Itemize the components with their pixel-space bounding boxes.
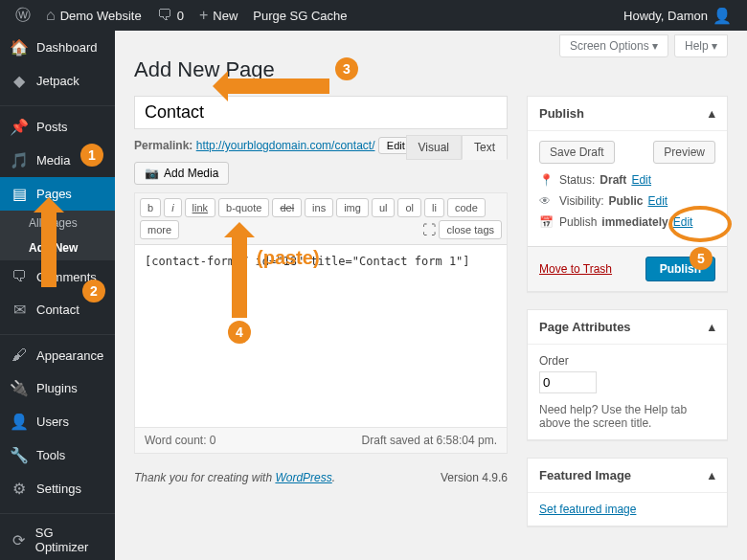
tb-bold[interactable]: b [140, 198, 161, 217]
tb-code[interactable]: code [447, 198, 486, 217]
tb-del[interactable]: del [272, 198, 302, 217]
annotation-arrow-3 [228, 78, 329, 94]
admin-bar: ⓦ ⌂Demo Website 🗨0 +New Purge SG Cache H… [0, 0, 747, 31]
tab-text[interactable]: Text [462, 135, 508, 160]
plug-icon: 🔌 [10, 379, 29, 397]
editor: b i link b-quote del ins img ul ol li co… [134, 192, 508, 428]
pages-submenu: All Pages Add New [0, 211, 115, 260]
page-attributes-box: Page Attributes▴ Order Need help? Use th… [527, 309, 728, 440]
avatar-icon: 👤 [713, 7, 732, 25]
toggle-icon[interactable]: ▴ [709, 106, 715, 121]
annotation-3: 3 [335, 57, 358, 80]
eye-icon: 👁 [539, 194, 555, 208]
wordpress-link[interactable]: WordPress [275, 471, 331, 484]
editor-body[interactable]: [contact-form-7 id="18" title="Contact f… [135, 245, 507, 427]
user-icon: 👤 [10, 413, 29, 431]
main-content: Screen Options ▾ Help ▾ Add New Page Per… [115, 31, 747, 560]
order-label: Order [539, 354, 715, 368]
menu-plugins[interactable]: 🔌Plugins [0, 371, 115, 405]
tb-link[interactable]: link [185, 198, 216, 217]
tb-li[interactable]: li [424, 198, 444, 217]
pin-icon: 📌 [10, 118, 29, 136]
version-text: Version 4.9.6 [441, 471, 508, 484]
annotation-5: 5 [690, 247, 713, 270]
tab-visual[interactable]: Visual [406, 135, 462, 160]
editor-status: Word count: 0 Draft saved at 6:58:04 pm. [134, 428, 508, 454]
save-status: Draft saved at 6:58:04 pm. [362, 434, 497, 447]
set-featured-image-link[interactable]: Set featured image [539, 503, 636, 516]
dashboard-icon: 🏠 [10, 38, 29, 56]
preview-button[interactable]: Preview [653, 141, 715, 164]
wrench-icon: 🔧 [10, 446, 29, 464]
purge-cache[interactable]: Purge SG Cache [245, 0, 354, 31]
submenu-add-new[interactable]: Add New [0, 235, 115, 260]
menu-settings[interactable]: ⚙Settings [0, 472, 115, 505]
site-link[interactable]: ⌂Demo Website [38, 0, 149, 31]
tb-ins[interactable]: ins [305, 198, 333, 217]
sg-icon: ⟳ [10, 531, 28, 549]
attrs-help: Need help? Use the Help tab above the sc… [539, 403, 715, 430]
camera-icon: 📷 [145, 167, 159, 180]
my-account[interactable]: Howdy, Damon👤 [616, 0, 739, 31]
permalink-link[interactable]: http://yourblogdomain.com/contact/ [196, 139, 375, 152]
edit-status-link[interactable]: Edit [631, 173, 651, 187]
menu-tools[interactable]: 🔧Tools [0, 438, 115, 472]
brush-icon: 🖌 [10, 347, 29, 364]
wp-logo[interactable]: ⓦ [8, 0, 38, 31]
title-input[interactable] [134, 96, 508, 129]
menu-posts[interactable]: 📌Posts [0, 110, 115, 144]
jetpack-icon: ◆ [10, 72, 29, 90]
annotation-4: 4 [228, 321, 251, 344]
annotation-arrow-2 [41, 213, 57, 287]
toggle-icon[interactable]: ▴ [709, 320, 715, 334]
annotation-arrow-4 [232, 237, 247, 318]
add-media-button[interactable]: 📷Add Media [134, 162, 229, 185]
help-tab[interactable]: Help ▾ [674, 34, 728, 57]
tb-bquote[interactable]: b-quote [218, 198, 269, 217]
fullscreen-button[interactable]: ⛶ [422, 220, 436, 239]
screen-options-tab[interactable]: Screen Options ▾ [559, 34, 668, 57]
order-input[interactable] [539, 371, 597, 393]
annotation-1: 1 [80, 144, 103, 167]
menu-sg-optimizer[interactable]: ⟳SG Optimizer [0, 518, 115, 560]
gear-icon: ⚙ [10, 480, 29, 498]
edit-visibility-link[interactable]: Edit [647, 194, 668, 208]
editor-toolbar: b i link b-quote del ins img ul ol li co… [135, 193, 507, 245]
media-icon: 🎵 [10, 151, 29, 169]
new-content[interactable]: +New [192, 0, 245, 31]
featured-image-box: Featured Image▴ Set featured image [527, 458, 728, 526]
save-draft-button[interactable]: Save Draft [539, 141, 615, 164]
menu-dashboard[interactable]: 🏠Dashboard [0, 31, 115, 64]
tb-ul[interactable]: ul [372, 198, 396, 217]
comments-link[interactable]: 🗨0 [149, 0, 192, 31]
toggle-icon[interactable]: ▴ [709, 468, 715, 482]
comments-icon: 🗨 [10, 268, 29, 285]
menu-appearance[interactable]: 🖌Appearance [0, 339, 115, 371]
mail-icon: ✉ [10, 301, 29, 319]
annotation-paste-label: (paste) [257, 247, 320, 269]
tb-italic[interactable]: i [164, 198, 181, 217]
tb-closetags[interactable]: close tags [439, 220, 502, 239]
annotation-circle-5 [668, 206, 732, 242]
move-trash-link[interactable]: Move to Trash [539, 262, 612, 276]
word-count: Word count: 0 [145, 434, 215, 447]
menu-users[interactable]: 👤Users [0, 405, 115, 438]
tb-ol[interactable]: ol [397, 198, 421, 217]
key-icon: 📍 [539, 173, 555, 187]
menu-jetpack[interactable]: ◆Jetpack [0, 64, 115, 98]
pages-icon: ▤ [10, 185, 29, 203]
tb-img[interactable]: img [336, 198, 369, 217]
annotation-2: 2 [82, 280, 105, 302]
submenu-all-pages[interactable]: All Pages [0, 211, 115, 235]
tb-more[interactable]: more [140, 220, 179, 239]
calendar-icon: 📅 [539, 215, 555, 229]
